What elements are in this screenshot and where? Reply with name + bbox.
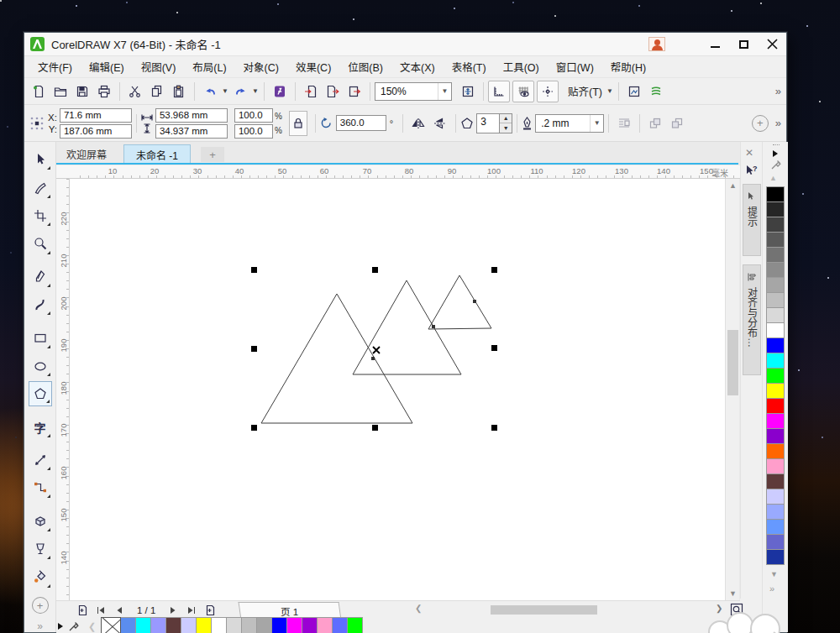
color-swatch[interactable] <box>766 337 785 353</box>
doc-color-swatch[interactable] <box>271 617 287 633</box>
color-swatch[interactable] <box>766 307 785 323</box>
snap-to-dropdown[interactable]: ▼ <box>606 81 614 102</box>
next-page-button[interactable] <box>165 603 181 618</box>
horizontal-scrollbar[interactable] <box>426 604 711 615</box>
menu-text[interactable]: 文本(X) <box>391 55 444 78</box>
zoom-levels-combo[interactable]: 150% ▼ <box>375 82 452 101</box>
vertical-scrollbar[interactable]: ▲ ▼ <box>725 179 739 600</box>
h-scroll-left-button[interactable]: ❮ <box>415 604 422 613</box>
show-grid-toggle[interactable] <box>512 81 534 102</box>
to-back-button[interactable] <box>666 112 688 134</box>
crop-tool[interactable] <box>29 203 52 228</box>
redo-dropdown[interactable]: ▼ <box>251 81 260 102</box>
color-swatch[interactable] <box>766 353 785 369</box>
selection-handle-s[interactable] <box>372 425 378 431</box>
zoom-tool[interactable] <box>29 231 52 256</box>
wrap-text-button[interactable] <box>613 112 635 134</box>
redo-button[interactable] <box>229 81 251 102</box>
doc-color-swatch[interactable] <box>317 617 333 633</box>
minimize-button[interactable] <box>701 33 729 55</box>
color-swatch[interactable] <box>766 458 785 474</box>
artistic-media-tool[interactable] <box>29 292 52 317</box>
zoom-combo-arrow[interactable]: ▼ <box>438 83 451 100</box>
selection-handle-w[interactable] <box>251 346 257 352</box>
x-position-field[interactable]: 71.6 mm <box>60 108 132 123</box>
scroll-up-button[interactable]: ▲ <box>726 179 740 192</box>
doc-color-swatch[interactable] <box>120 617 136 633</box>
polygon-tool[interactable] <box>29 381 52 406</box>
color-swatch[interactable] <box>766 489 785 505</box>
palette-scroll-down-icon[interactable]: ▼ <box>770 570 778 578</box>
show-guidelines-toggle[interactable] <box>537 81 559 102</box>
doc-color-swatch[interactable] <box>181 617 197 633</box>
menu-object[interactable]: 对象(C) <box>235 55 287 78</box>
save-button[interactable] <box>71 81 93 102</box>
rotation-angle-field[interactable]: 360.0 <box>336 115 386 131</box>
navigator-button[interactable] <box>730 603 743 616</box>
y-position-field[interactable]: 187.06 mm <box>60 124 132 139</box>
triangle-medium[interactable] <box>353 280 461 374</box>
palette-flyout-icon[interactable] <box>773 150 778 157</box>
color-swatch[interactable] <box>766 383 785 399</box>
scroll-down-button[interactable]: ▼ <box>726 587 740 600</box>
color-swatch[interactable] <box>766 549 785 565</box>
color-swatch[interactable] <box>766 186 785 202</box>
triangle-large[interactable] <box>261 294 412 423</box>
color-swatch[interactable] <box>766 368 785 384</box>
new-document-button[interactable] <box>28 81 50 102</box>
color-swatch[interactable] <box>766 428 785 444</box>
outline-combo-arrow[interactable]: ▼ <box>590 115 603 132</box>
canvas-page[interactable] <box>70 179 725 600</box>
doc-palette-eyedropper-icon[interactable] <box>68 620 80 632</box>
selection-handle-sw[interactable] <box>251 425 257 431</box>
doc-color-swatch[interactable] <box>196 617 212 633</box>
undo-dropdown[interactable]: ▼ <box>221 81 229 102</box>
menu-file[interactable]: 文件(F) <box>29 55 81 78</box>
snap-to-button[interactable]: 贴齐(T) <box>561 83 606 99</box>
application-launcher-button[interactable] <box>645 81 667 102</box>
doc-color-swatch[interactable] <box>165 617 181 633</box>
triangle-small[interactable] <box>428 275 491 329</box>
connector-tool[interactable] <box>29 475 52 500</box>
selection-handle-se[interactable] <box>491 425 497 431</box>
object-height-field[interactable]: 34.937 mm <box>155 124 228 139</box>
freehand-tool[interactable] <box>29 264 52 290</box>
palette-eyedropper-icon[interactable] <box>770 159 782 170</box>
close-button[interactable] <box>758 33 786 55</box>
pick-tool[interactable] <box>29 147 52 172</box>
paste-button[interactable] <box>168 81 190 102</box>
doc-color-swatch[interactable] <box>347 617 363 633</box>
last-page-button[interactable] <box>184 603 199 618</box>
export-button[interactable] <box>322 81 344 102</box>
menu-help[interactable]: 帮助(H) <box>602 55 654 78</box>
color-swatch[interactable] <box>766 413 785 429</box>
color-swatch[interactable] <box>766 232 785 248</box>
color-swatch[interactable] <box>766 398 785 414</box>
tab-welcome-screen[interactable]: 欢迎屏幕 <box>55 144 118 164</box>
customize-toolbox-button[interactable]: + <box>32 597 49 614</box>
docker-tab-hints[interactable]: 提示 <box>743 184 761 256</box>
previous-page-button[interactable] <box>112 603 127 618</box>
doc-color-swatch[interactable] <box>211 617 227 633</box>
palette-drag-handle[interactable] <box>773 144 780 146</box>
points-spinner[interactable]: 3 ▲▼ <box>476 113 512 133</box>
menu-effects[interactable]: 效果(C) <box>287 55 339 78</box>
color-swatch[interactable] <box>766 262 785 278</box>
copy-button[interactable] <box>146 81 168 102</box>
docker-tab-align-distribute[interactable]: 对齐与分布… <box>743 264 761 375</box>
h-scroll-right-button[interactable]: ❯ <box>716 604 722 613</box>
color-swatch[interactable] <box>766 504 785 520</box>
transparency-tool[interactable] <box>29 536 52 562</box>
color-swatch[interactable] <box>766 247 785 263</box>
selection-handle-n[interactable] <box>372 267 378 273</box>
shape-tool[interactable] <box>29 175 52 200</box>
text-tool[interactable]: 字 <box>29 414 52 439</box>
cut-button[interactable] <box>124 81 146 102</box>
outline-width-combo[interactable]: .2 mm ▼ <box>535 114 604 133</box>
doc-palette-flyout-icon[interactable] <box>58 623 63 630</box>
lock-ratio-button[interactable] <box>289 111 307 136</box>
color-swatch[interactable] <box>766 519 785 535</box>
menu-layout[interactable]: 布局(L) <box>184 55 234 78</box>
toolbox-overflow[interactable]: » <box>37 620 43 632</box>
undo-button[interactable] <box>199 81 221 102</box>
